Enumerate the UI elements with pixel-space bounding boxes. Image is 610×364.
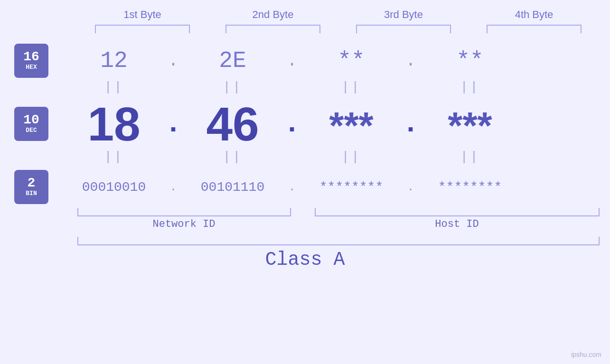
- labels-spacer: [291, 218, 315, 230]
- dec-b4: ***: [422, 104, 517, 148]
- bracket-spacer: [291, 208, 315, 216]
- eq-row-2: || || || ||: [0, 149, 610, 165]
- bin-b2: 00101110: [185, 180, 280, 195]
- dec-d2: .: [280, 108, 304, 148]
- top-bracket-4: [487, 25, 582, 33]
- bin-value-row: 00010010 . 00101110 . ******** . *******…: [66, 180, 608, 195]
- eq-inner-2: || || || ||: [66, 149, 608, 164]
- dec-d1: .: [161, 108, 185, 148]
- byte4-header: 4th Byte: [487, 9, 582, 21]
- eq-row-1: || || || ||: [0, 79, 610, 95]
- hex-d2: .: [280, 51, 304, 71]
- bin-b4: ********: [422, 180, 517, 195]
- main-container: 1st Byte 2nd Byte 3rd Byte 4th Byte 16 H…: [0, 0, 610, 364]
- dec-d3: .: [399, 108, 422, 148]
- bin-badge-col: 2 BIN: [0, 170, 66, 204]
- host-id-label: Host ID: [315, 218, 600, 230]
- hex-b4: **: [422, 48, 517, 74]
- class-label: Class A: [265, 249, 345, 271]
- top-bracket-3: [356, 25, 451, 33]
- hex-d1: .: [161, 51, 185, 71]
- dec-badge-row: 10 DEC 18 . 46 . *** . ***: [0, 100, 610, 148]
- hex-badge: 16 HEX: [14, 44, 48, 78]
- bottom-brackets: [77, 208, 600, 216]
- bin-badge-number: 2: [28, 177, 36, 190]
- hex-badge-number: 16: [23, 50, 39, 64]
- bin-d1: .: [161, 181, 185, 194]
- hex-b1: 12: [66, 48, 161, 74]
- dec-badge-col: 10 DEC: [0, 107, 66, 141]
- dec-b3: ***: [304, 104, 399, 148]
- bin-d3: .: [399, 181, 422, 194]
- byte3-header: 3rd Byte: [356, 9, 451, 21]
- host-bracket: [315, 208, 600, 216]
- bin-badge-row: 2 BIN 00010010 . 00101110 . ******** .: [0, 170, 610, 204]
- dec-value-row: 18 . 46 . *** . ***: [66, 100, 608, 148]
- hex-badge-label: HEX: [26, 64, 37, 71]
- hex-b3: **: [304, 48, 399, 74]
- dec-b1: 18: [66, 100, 161, 148]
- bin-badge-label: BIN: [26, 190, 37, 197]
- bin-d2: .: [280, 181, 304, 194]
- big-bottom-bracket: [77, 237, 600, 245]
- network-id-label: Network ID: [77, 218, 291, 230]
- top-bracket-2: [225, 25, 320, 33]
- network-bracket: [77, 208, 291, 216]
- top-bracket-1: [95, 25, 190, 33]
- hex-badge-row: 16 HEX 12 . 2E . ** . **: [0, 44, 610, 78]
- byte2-header: 2nd Byte: [225, 9, 320, 21]
- bin-b3: ********: [304, 180, 399, 195]
- dec-badge-label: DEC: [26, 127, 37, 134]
- byte1-header: 1st Byte: [95, 9, 190, 21]
- bin-badge: 2 BIN: [14, 170, 48, 204]
- dec-b2: 46: [185, 100, 280, 148]
- dec-badge: 10 DEC: [14, 107, 48, 141]
- dec-badge-number: 10: [23, 113, 39, 127]
- hex-badge-col: 16 HEX: [0, 44, 66, 78]
- bin-b1: 00010010: [66, 180, 161, 195]
- eq-inner-1: || || || ||: [66, 80, 608, 94]
- hex-d3: .: [399, 51, 422, 71]
- watermark: ipshu.com: [571, 351, 601, 358]
- top-brackets: [77, 25, 600, 33]
- byte-headers: 1st Byte 2nd Byte 3rd Byte 4th Byte: [77, 0, 600, 21]
- hex-value-row: 12 . 2E . ** . **: [66, 48, 608, 74]
- id-labels-row: Network ID Host ID: [77, 218, 600, 230]
- hex-b2: 2E: [185, 48, 280, 74]
